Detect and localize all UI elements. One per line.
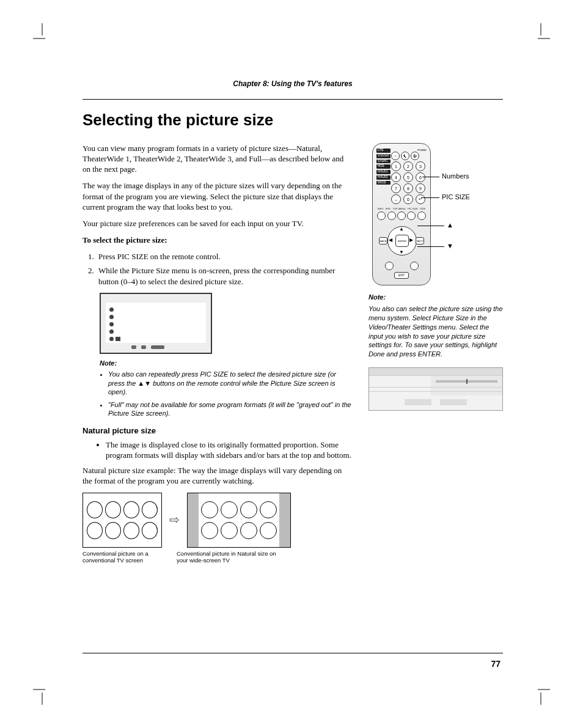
caption-conventional: Conventional picture on a conventional T… bbox=[82, 550, 162, 564]
callout-up-arrow: ▲ bbox=[447, 221, 453, 229]
example-graphics: ⇨ bbox=[82, 493, 351, 548]
chapter-heading: Chapter 8: Using the TV's features bbox=[82, 79, 503, 88]
intro-para-2: The way the image displays in any of the… bbox=[82, 180, 351, 211]
remote-control-graphic: LITE VCR/SAT SYS/PC HIDE H/AUD1 H/AUD2 M… bbox=[372, 143, 431, 285]
intro-para-3: Your picture size preferences can be sav… bbox=[82, 218, 351, 229]
intro-para-1: You can view many program formats in a v… bbox=[82, 143, 351, 174]
settings-menu-graphic bbox=[369, 367, 503, 411]
main-column: You can view many program formats in a v… bbox=[82, 143, 351, 564]
natural-heading: Natural picture size bbox=[82, 425, 351, 436]
onscreen-menu-graphic bbox=[100, 293, 212, 354]
note-item-2: "Full" may not be available for some pro… bbox=[108, 400, 351, 418]
page-title: Selecting the picture size bbox=[82, 111, 503, 130]
callout-down-arrow: ▼ bbox=[447, 242, 453, 249]
note-body-right: You also can select the picture size usi… bbox=[369, 304, 503, 359]
natural-paragraph: Natural picture size example: The way th… bbox=[82, 465, 351, 486]
procedure-heading: To select the picture size: bbox=[82, 235, 351, 245]
note-item-1: You also can repeatedly press PIC SIZE t… bbox=[108, 370, 351, 397]
crop-mark-br bbox=[535, 684, 556, 705]
note-label-left: Note: bbox=[82, 359, 351, 368]
step-1: Press PIC SIZE on the remote control. bbox=[96, 251, 351, 262]
crop-mark-tl bbox=[27, 23, 48, 44]
natural-bullet: The image is displayed close to its orig… bbox=[106, 439, 351, 460]
side-column: LITE VCR/SAT SYS/PC HIDE H/AUD1 H/AUD2 M… bbox=[369, 143, 503, 564]
step-2: While the Picture Size menu is on-screen… bbox=[96, 265, 351, 286]
top-rule bbox=[82, 99, 503, 100]
callout-numbers: Numbers bbox=[442, 172, 469, 180]
crop-mark-bl bbox=[27, 684, 48, 705]
arrow-right-icon: ⇨ bbox=[169, 512, 180, 528]
crop-mark-tr bbox=[535, 23, 556, 44]
page-number: 77 bbox=[491, 659, 501, 669]
caption-widescreen: Conventional picture in Natural size on … bbox=[177, 550, 287, 564]
conventional-tv-graphic bbox=[82, 493, 162, 548]
callout-picsize: PIC SIZE bbox=[442, 193, 470, 200]
footer-rule bbox=[82, 653, 503, 653]
note-label-right: Note: bbox=[369, 293, 503, 301]
widescreen-tv-graphic bbox=[187, 493, 291, 548]
